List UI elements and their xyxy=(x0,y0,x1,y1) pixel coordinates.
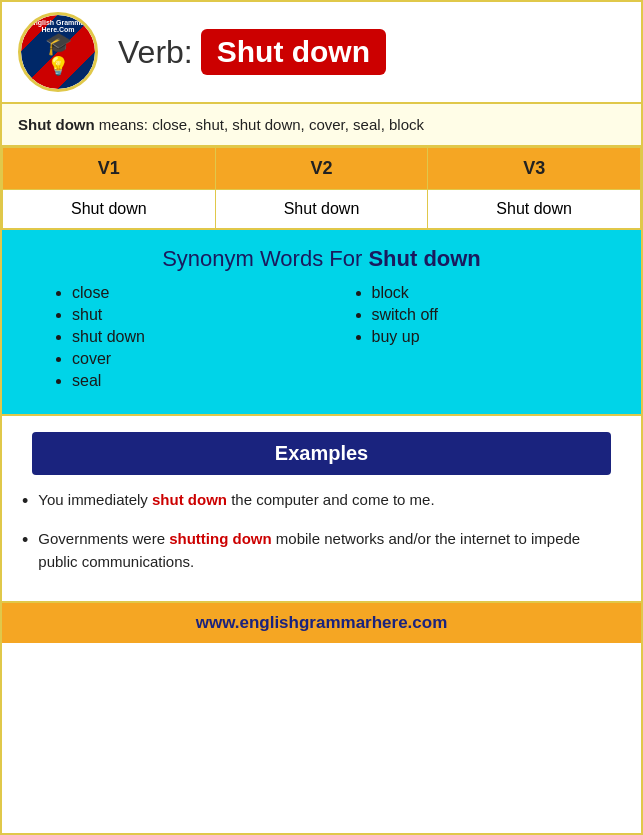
example-text-1: You immediately shut down the computer a… xyxy=(38,489,434,512)
table-cell-v3: Shut down xyxy=(428,190,641,230)
bullet-icon: • xyxy=(22,528,28,553)
table-cell-v1: Shut down xyxy=(3,190,216,230)
lightbulb-icon: 💡 xyxy=(47,55,69,77)
synonym-col-2: block switch off buy up xyxy=(322,284,622,394)
table-header-v1: V1 xyxy=(3,148,216,190)
examples-container: Examples • You immediately shut down the… xyxy=(2,432,641,601)
examples-header: Examples xyxy=(32,432,611,475)
example-after-1: the computer and come to me. xyxy=(227,491,435,508)
example-item-2: • Governments were shutting down mobile … xyxy=(22,528,621,573)
example-text-2: Governments were shutting down mobile ne… xyxy=(38,528,621,573)
list-item: buy up xyxy=(372,328,622,346)
logo: English GrammarHere.Com 🎓 💡 xyxy=(18,12,98,92)
example-highlight-1: shut down xyxy=(152,491,227,508)
verb-table: V1 V2 V3 Shut down Shut down Shut down xyxy=(2,147,641,230)
list-item: seal xyxy=(72,372,322,390)
synonym-title-bold: Shut down xyxy=(368,246,480,271)
list-item: block xyxy=(372,284,622,302)
table-row: Shut down Shut down Shut down xyxy=(3,190,641,230)
list-item: shut xyxy=(72,306,322,324)
table-header-v3: V3 xyxy=(428,148,641,190)
header-title: Shut down xyxy=(201,29,386,75)
means-text: means: close, shut, shut down, cover, se… xyxy=(95,116,424,133)
list-item: shut down xyxy=(72,328,322,346)
example-before-2: Governments were xyxy=(38,530,169,547)
footer: www.englishgrammarhere.com xyxy=(2,601,641,643)
mortarboard-icon: 🎓 xyxy=(45,31,72,57)
synonym-columns: close shut shut down cover seal block sw… xyxy=(22,284,621,394)
means-intro: Shut down xyxy=(18,116,95,133)
example-highlight-2: shutting down xyxy=(169,530,271,547)
list-item: cover xyxy=(72,350,322,368)
synonym-title: Synonym Words For Shut down xyxy=(22,246,621,272)
means-section: Shut down means: close, shut, shut down,… xyxy=(2,104,641,147)
example-item-1: • You immediately shut down the computer… xyxy=(22,489,621,514)
table-header-v2: V2 xyxy=(215,148,428,190)
header: English GrammarHere.Com 🎓 💡 Verb: Shut d… xyxy=(2,2,641,104)
verb-label: Verb: xyxy=(118,34,193,71)
bullet-icon: • xyxy=(22,489,28,514)
synonym-col-1: close shut shut down cover seal xyxy=(22,284,322,394)
example-before-1: You immediately xyxy=(38,491,152,508)
synonym-section: Synonym Words For Shut down close shut s… xyxy=(2,230,641,416)
list-item: switch off xyxy=(372,306,622,324)
table-cell-v2: Shut down xyxy=(215,190,428,230)
synonym-title-plain: Synonym Words For xyxy=(162,246,368,271)
list-item: close xyxy=(72,284,322,302)
examples-body: • You immediately shut down the computer… xyxy=(2,475,641,601)
